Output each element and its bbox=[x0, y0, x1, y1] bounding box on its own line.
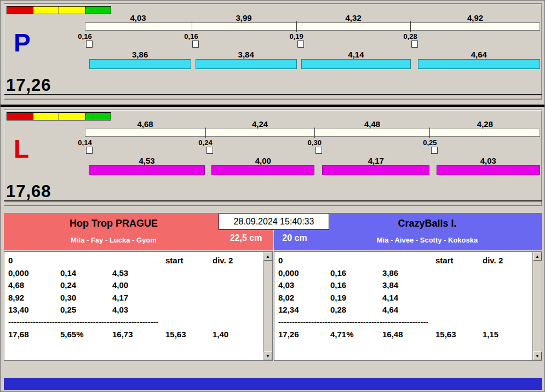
empty-cell bbox=[165, 267, 213, 280]
changeover-time-label: 0,28 bbox=[403, 32, 417, 41]
scrollbar[interactable]: ▲ ▼ bbox=[263, 252, 272, 360]
segment-divider-tick bbox=[410, 21, 411, 32]
empty-cell bbox=[483, 304, 530, 316]
division-label: div. 2 bbox=[483, 255, 530, 267]
division-label: div. 2 bbox=[213, 255, 260, 267]
empty-cell bbox=[483, 267, 530, 280]
table-summary-row: 17,68 5,65% 16,73 15,63 1,40 bbox=[8, 328, 260, 341]
table-separator: ----------------------------------------… bbox=[278, 316, 428, 327]
lane-total-time: 17,68 bbox=[6, 182, 51, 201]
diff-cell: 1,15 bbox=[483, 328, 530, 341]
table-row: 12,34 0,28 4,64 bbox=[278, 304, 530, 316]
run-time-bar bbox=[322, 165, 429, 175]
bottom-strip bbox=[4, 378, 542, 390]
segment-divider-tick bbox=[296, 21, 297, 32]
run-time-cell: 4,14 bbox=[382, 292, 435, 304]
panel-divider-line bbox=[4, 94, 542, 95]
scroll-up-button[interactable]: ▲ bbox=[263, 252, 272, 261]
empty-cell bbox=[213, 267, 260, 280]
empty-cell bbox=[483, 279, 530, 292]
changeover-cell: 0,25 bbox=[60, 304, 112, 316]
run-time-cell: 3,84 bbox=[382, 279, 435, 292]
lane-label: L bbox=[14, 136, 29, 162]
cumulative-time-cell: 4,03 bbox=[278, 279, 330, 292]
lane-track: 4,68 4,24 4,48 4,28 0,14 0,24 0,30 0,25 … bbox=[85, 110, 540, 181]
changeover-time-label: 0,16 bbox=[184, 32, 198, 41]
scroll-down-button[interactable]: ▼ bbox=[263, 351, 272, 360]
start-column-header: start bbox=[165, 255, 213, 267]
scroll-up-button[interactable]: ▲ bbox=[533, 252, 542, 261]
run-time-cell: 4,00 bbox=[112, 279, 165, 292]
cumulative-time-bar bbox=[85, 22, 540, 31]
empty-cell bbox=[213, 292, 260, 304]
table-row: 8,92 0,30 4,17 bbox=[8, 292, 260, 304]
run-time-cell: 3,86 bbox=[382, 267, 435, 280]
lane-panel-p: P 4,03 3,99 4,32 4,92 0,16 0,16 0,19 0,2… bbox=[4, 3, 542, 100]
panel-divider-line bbox=[4, 200, 542, 201]
start-light-red bbox=[7, 113, 33, 120]
results-table-left[interactable]: 0 start div. 2 0,000 0,14 4,53 4,68 0,24 bbox=[4, 251, 273, 361]
split-time-label: 4,03 bbox=[130, 13, 146, 22]
empty-cell bbox=[435, 267, 483, 280]
segment-divider-tick bbox=[429, 128, 430, 138]
team-name-left: Hop Trop PRAGUE bbox=[4, 218, 223, 229]
run-time-bar bbox=[418, 59, 540, 69]
jump-height-right: 20 cm bbox=[278, 233, 312, 243]
table-separator: ----------------------------------------… bbox=[8, 316, 158, 327]
empty-cell bbox=[213, 304, 260, 316]
lap-counter: 0 bbox=[8, 255, 60, 267]
percent-cell: 4,71% bbox=[330, 328, 382, 341]
results-table-right[interactable]: 0 start div. 2 0,000 0,16 3,86 4,03 0,16 bbox=[274, 251, 542, 361]
start-light-red bbox=[7, 7, 33, 14]
empty-cell bbox=[435, 292, 483, 304]
start-light-yellow-1 bbox=[33, 7, 60, 14]
table-header-row: 0 start div. 2 bbox=[8, 255, 260, 267]
total-time-cell: 17,68 bbox=[8, 328, 60, 341]
timing-app-window: P 4,03 3,99 4,32 4,92 0,16 0,16 0,19 0,2… bbox=[0, 0, 545, 392]
run-time-label: 4,03 bbox=[480, 156, 496, 165]
empty-cell bbox=[435, 279, 483, 292]
empty-cell bbox=[60, 255, 112, 267]
table-row: 8,02 0,19 4,14 bbox=[278, 292, 530, 304]
changeover-cell: 0,24 bbox=[60, 279, 112, 292]
start-light-yellow-1 bbox=[33, 113, 60, 120]
cumulative-time-cell: 12,34 bbox=[278, 304, 330, 316]
cumulative-time-cell: 0,000 bbox=[278, 267, 330, 280]
start-time-cell: 15,63 bbox=[435, 328, 483, 341]
run-time-label: 4,14 bbox=[348, 50, 364, 59]
run-time-bar bbox=[301, 59, 410, 69]
table-summary-row: 17,26 4,71% 16,48 15,63 1,15 bbox=[278, 328, 530, 341]
split-time-label: 4,68 bbox=[137, 119, 153, 129]
start-time-cell: 15,63 bbox=[165, 328, 213, 341]
scroll-down-button[interactable]: ▼ bbox=[533, 351, 542, 360]
cumulative-time-cell: 8,02 bbox=[278, 292, 330, 304]
cumulative-time-cell: 0,000 bbox=[8, 267, 60, 280]
segment-divider-tick bbox=[192, 21, 192, 32]
cumulative-time-cell: 8,92 bbox=[8, 292, 60, 304]
scrollbar[interactable]: ▲ ▼ bbox=[532, 252, 542, 360]
start-light-yellow-2 bbox=[59, 7, 85, 14]
run-time-label: 3,84 bbox=[238, 50, 254, 59]
run-time-label: 4,64 bbox=[471, 50, 487, 59]
empty-cell bbox=[165, 304, 213, 316]
run-time-label: 4,00 bbox=[255, 156, 271, 165]
changeover-cell: 0,16 bbox=[330, 279, 382, 292]
changeover-time-label: 0,16 bbox=[78, 32, 91, 41]
split-time-label: 4,32 bbox=[346, 13, 362, 22]
changeover-marker-box bbox=[206, 147, 213, 154]
changeover-marker-box bbox=[192, 41, 199, 48]
changeover-cell: 0,28 bbox=[330, 304, 382, 316]
changeover-marker-box bbox=[297, 41, 304, 48]
changeover-marker-box bbox=[86, 147, 93, 154]
table-header-row: 0 start div. 2 bbox=[278, 255, 530, 267]
run-time-cell: 4,17 bbox=[112, 292, 165, 304]
split-time-label: 4,48 bbox=[364, 119, 380, 129]
scroll-down-icon: ▼ bbox=[535, 354, 540, 359]
empty-cell bbox=[165, 279, 213, 292]
run-time-bar bbox=[89, 165, 205, 175]
split-time-label: 4,24 bbox=[252, 119, 268, 129]
changeover-marker-box bbox=[315, 147, 322, 154]
team-members-left: Mila - Fay - Lucka - Gyom bbox=[4, 236, 223, 244]
table-row: 0,000 0,14 4,53 bbox=[8, 267, 260, 280]
changeover-cell: 0,30 bbox=[60, 292, 112, 304]
